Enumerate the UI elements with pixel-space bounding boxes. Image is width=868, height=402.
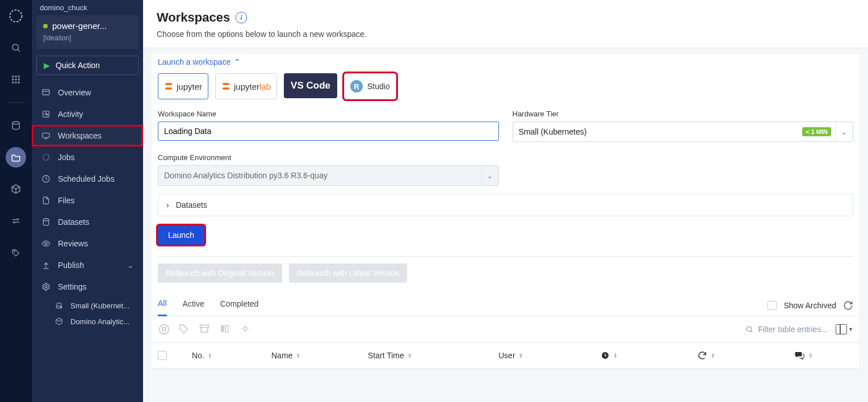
col-no[interactable]: No.▲▼ <box>192 351 271 360</box>
col-comments[interactable]: ▲▼ <box>794 350 853 361</box>
sidebar-item-overview[interactable]: Overview <box>32 82 143 103</box>
info-icon[interactable]: i <box>236 12 247 23</box>
sidebar-item-datasets[interactable]: Datasets <box>32 211 143 233</box>
sync-icon <box>697 350 707 361</box>
workspace-icon <box>41 131 51 141</box>
project-sidebar: domino_chuck power-gener... [Ideation] ▶… <box>32 0 143 402</box>
launch-workspace-toggle[interactable]: Launch a workspace⌃ <box>152 54 246 73</box>
search-icon[interactable] <box>6 37 26 58</box>
svg-rect-31 <box>225 325 228 332</box>
project-name: power-gener... <box>52 21 107 31</box>
svg-rect-14 <box>43 90 49 95</box>
sidebar-item-jobs[interactable]: Jobs <box>32 146 143 168</box>
show-archived-checkbox[interactable] <box>768 301 777 310</box>
ide-row: jupyter jupyterlab VS Code RStudio <box>152 73 859 99</box>
hardware-tier-label: Hardware Tier <box>513 110 854 118</box>
tag-icon[interactable] <box>6 242 26 263</box>
datasets-label: Datasets <box>176 200 207 210</box>
svg-rect-11 <box>18 82 20 83</box>
hardware-tier-select[interactable]: Small (Kubernetes) < 1 MIN ⌄ <box>513 122 854 142</box>
ide-tile-jupyterlab[interactable]: jupyterlab <box>215 73 277 99</box>
sidebar-item-label: Datasets <box>58 217 89 227</box>
disk-icon <box>54 301 64 310</box>
stop-icon[interactable] <box>158 323 170 336</box>
apps-icon[interactable] <box>6 69 26 90</box>
col-duration[interactable]: ▲▼ <box>601 351 697 360</box>
status-dot-icon <box>43 24 48 28</box>
play-icon: ▶ <box>44 61 50 70</box>
tab-all[interactable]: All <box>158 295 167 316</box>
sidebar-subitem-label: Domino Analytic... <box>70 317 129 326</box>
page-title: Workspacesi <box>157 10 854 25</box>
col-user[interactable]: User▲▼ <box>498 351 601 360</box>
sort-icon: ▲▼ <box>296 353 300 358</box>
svg-point-1 <box>12 44 19 51</box>
sidebar-item-settings[interactable]: Settings <box>32 276 143 298</box>
project-card[interactable]: power-gener... [Ideation] <box>36 15 139 49</box>
compare-icon[interactable] <box>219 323 232 336</box>
svg-rect-5 <box>18 76 20 77</box>
sidebar-item-scheduled-jobs[interactable]: Scheduled Jobs <box>32 168 143 190</box>
relaunch-latest-button: Relaunch with Latest Version <box>289 263 408 283</box>
svg-rect-3 <box>12 76 14 77</box>
filter-input[interactable]: Filter table entries... <box>745 325 828 334</box>
tag-icon[interactable] <box>178 323 191 336</box>
sidebar-subitem-environment[interactable]: Domino Analytic... <box>49 313 143 329</box>
sidebar-item-files[interactable]: Files <box>32 190 143 211</box>
folder-icon[interactable] <box>6 147 26 168</box>
share-icon[interactable] <box>240 323 252 336</box>
quick-action-label: Quick Action <box>56 61 100 70</box>
clock-icon <box>601 351 610 360</box>
ide-tile-jupyter[interactable]: jupyter <box>158 73 208 99</box>
archive-icon[interactable] <box>199 323 211 336</box>
relaunch-original-button: Relaunch with Original Version <box>158 263 282 283</box>
col-start-time[interactable]: Start Time▲▼ <box>368 351 498 360</box>
ide-tile-rstudio[interactable]: RStudio <box>344 73 396 99</box>
workspace-name-label: Workspace Name <box>158 110 499 118</box>
sort-icon: ▲▼ <box>711 353 715 358</box>
sidebar-item-label: Activity <box>58 110 83 119</box>
cube-icon[interactable] <box>6 179 26 199</box>
sidebar-item-workspaces[interactable]: Workspaces <box>32 125 143 146</box>
select-all-checkbox[interactable] <box>158 351 167 360</box>
sidebar-item-publish[interactable]: Publish⌄ <box>32 254 143 276</box>
table-header: No.▲▼ Name▲▼ Start Time▲▼ User▲▼ ▲▼ ▲▼ ▲… <box>152 342 859 368</box>
col-label: User <box>498 351 515 360</box>
svg-point-13 <box>14 250 15 252</box>
workspace-name-field: Workspace Name <box>158 110 499 141</box>
refresh-icon[interactable] <box>843 300 853 311</box>
sidebar-item-label: Scheduled Jobs <box>58 174 115 183</box>
col-status[interactable]: ▲▼ <box>697 350 794 361</box>
workspace-name-input[interactable] <box>158 122 499 141</box>
hardware-tier-field: Hardware Tier Small (Kubernetes) < 1 MIN… <box>513 110 854 142</box>
overview-icon <box>41 87 51 98</box>
svg-rect-17 <box>43 133 49 137</box>
svg-line-34 <box>750 330 752 332</box>
ide-tile-vscode[interactable]: VS Code <box>284 73 337 98</box>
publish-icon <box>41 260 51 270</box>
svg-rect-9 <box>12 82 14 83</box>
sidebar-item-reviews[interactable]: Reviews <box>32 233 143 254</box>
sidebar-subitem-hardware[interactable]: Small (Kubernet... <box>49 298 143 313</box>
sidebar-item-label: Files <box>58 196 75 205</box>
user-label: domino_chuck <box>32 3 143 15</box>
sidebar-item-label: Reviews <box>58 239 88 248</box>
quick-action-button[interactable]: ▶ Quick Action <box>36 56 139 75</box>
columns-button[interactable]: ▼ <box>836 324 853 334</box>
chevron-down-icon: ⌄ <box>835 122 853 141</box>
sidebar-item-activity[interactable]: Activity <box>32 103 143 125</box>
swap-icon[interactable] <box>6 211 26 231</box>
datasets-accordion[interactable]: › Datasets <box>158 194 853 216</box>
tab-active[interactable]: Active <box>183 296 204 315</box>
tab-completed[interactable]: Completed <box>220 296 259 315</box>
col-name[interactable]: Name▲▼ <box>271 351 368 360</box>
db-icon <box>41 217 51 227</box>
data-icon[interactable] <box>6 115 26 136</box>
sidebar-item-label: Jobs <box>58 153 75 162</box>
page-subtitle: Choose from the options below to launch … <box>157 30 854 39</box>
svg-point-19 <box>43 154 49 161</box>
svg-point-21 <box>43 219 48 221</box>
compute-environment-select[interactable]: Domino Analytics Distribution py3.6 R3.6… <box>158 165 499 186</box>
launch-button[interactable]: Launch <box>158 225 204 245</box>
sort-icon: ▲▼ <box>408 353 412 358</box>
